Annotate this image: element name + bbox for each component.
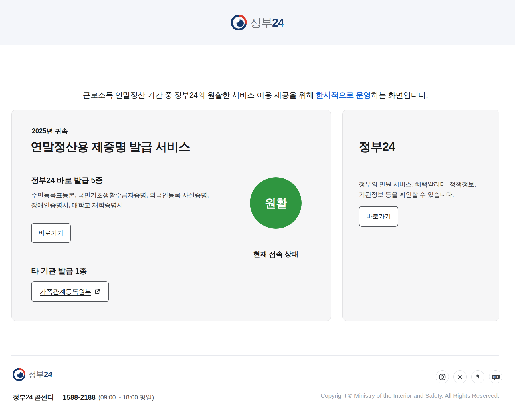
kakaostory-icon <box>475 374 480 380</box>
intro-text-before: 근로소득 연말정산 기간 중 정부24의 원활한 서비스 이용 제공을 위해 <box>83 91 316 99</box>
direct-issue-description-line1: 주민등록표등본, 국민기초생활수급자증명, 외국인등록 사실증명, <box>31 192 209 199</box>
callcenter-separator <box>58 394 58 401</box>
card-badge: 2025년 귀속 <box>32 127 68 136</box>
instagram-icon <box>439 374 446 380</box>
gov24-card-description-line1: 정부의 민원 서비스, 혜택알리미, 정책정보, <box>359 181 476 188</box>
intro-text-after: 하는 화면입니다. <box>371 91 428 99</box>
social-blog-button[interactable]: blog <box>489 370 502 383</box>
callcenter-phone: 1588-2188 <box>63 393 96 401</box>
x-icon <box>457 374 463 380</box>
blog-icon: blog <box>492 375 500 379</box>
logo-text-4: 4 <box>278 16 284 29</box>
issuance-card: 2025년 귀속 연말정산용 제증명 발급 서비스 정부24 바로 발급 5종 … <box>11 110 331 321</box>
other-issue-heading: 타 기관 발급 1종 <box>31 266 87 276</box>
social-links: blog <box>436 370 502 383</box>
status-caption: 현재 접속 상태 <box>247 250 304 259</box>
logo-text: 정부24 <box>250 15 284 31</box>
gov24-logo[interactable]: 정부24 <box>231 15 284 31</box>
status-circle: 원활 <box>250 177 302 229</box>
footer-logo-text-4: 4 <box>48 370 52 379</box>
direct-issue-description-line2: 장애인증명서, 대학교 재학증명서 <box>31 202 123 209</box>
gov24-card: 정부24 정부의 민원 서비스, 혜택알리미, 정책정보, 기관정보 등을 확인… <box>342 110 499 321</box>
gov24-card-description: 정부의 민원 서비스, 혜택알리미, 정책정보, 기관정보 등을 확인할 수 있… <box>359 179 476 200</box>
social-instagram-button[interactable] <box>436 370 449 383</box>
callcenter-info: 정부24 콜센터 1588-2188 (09:00 ~ 18:00 평일) <box>13 393 154 402</box>
logo-text-gov: 정부 <box>250 15 272 31</box>
intro-text-highlight: 한시적으로 운영 <box>316 91 371 99</box>
direct-issue-description: 주민등록표등본, 국민기초생활수급자증명, 외국인등록 사실증명, 장애인증명서… <box>31 190 209 210</box>
gov24-card-description-line2: 기관정보 등을 확인할 수 있습니다. <box>359 191 454 198</box>
intro-text: 근로소득 연말정산 기간 중 정부24의 원활한 서비스 이용 제공을 위해 한… <box>11 90 499 100</box>
external-link-icon <box>94 288 100 295</box>
callcenter-hours: (09:00 ~ 18:00 평일) <box>98 393 154 402</box>
status-label: 원활 <box>265 195 287 211</box>
copyright-text: Copyright © Ministry of the Interior and… <box>321 392 499 399</box>
logo-text-2: 2 <box>272 16 278 29</box>
footer-logo-text-gov: 정부 <box>28 369 44 380</box>
social-x-button[interactable] <box>453 370 467 383</box>
family-register-link-label: 가족관계등록원부 <box>40 287 91 296</box>
family-register-link-button[interactable]: 가족관계등록원부 <box>31 281 109 302</box>
taegeuk-icon <box>13 368 25 381</box>
gov24-shortcut-button[interactable]: 바로가기 <box>359 206 398 227</box>
direct-issue-shortcut-button[interactable]: 바로가기 <box>31 223 71 243</box>
footer-logo-text: 정부24 <box>28 369 52 380</box>
taegeuk-icon <box>231 15 247 30</box>
social-kakaostory-button[interactable] <box>471 370 484 383</box>
site-header: 정부24 <box>0 0 515 45</box>
direct-issue-heading: 정부24 바로 발급 5종 <box>31 175 103 186</box>
callcenter-label: 정부24 콜센터 <box>13 393 54 402</box>
footer-logo[interactable]: 정부24 <box>13 368 52 381</box>
gov24-card-title: 정부24 <box>359 139 395 155</box>
footer-divider <box>11 355 499 356</box>
issuance-card-title: 연말정산용 제증명 발급 서비스 <box>31 139 190 155</box>
footer-logo-text-2: 2 <box>44 370 48 379</box>
